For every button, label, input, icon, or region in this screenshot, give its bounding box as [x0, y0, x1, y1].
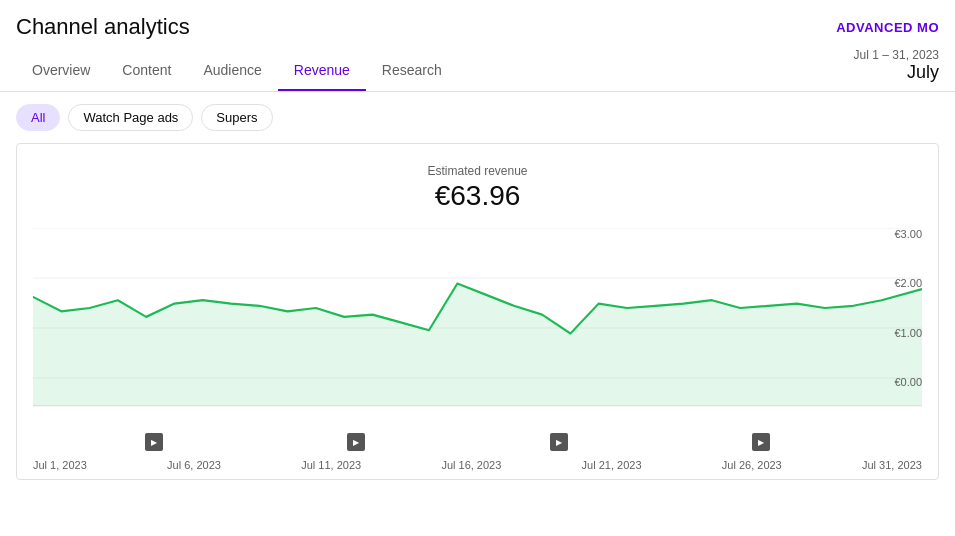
tab-content[interactable]: Content — [106, 50, 187, 90]
chart-metric-value: €63.96 — [33, 180, 922, 212]
revenue-chart — [33, 228, 922, 428]
filter-row: All Watch Page ads Supers — [0, 92, 955, 143]
tab-research[interactable]: Research — [366, 50, 458, 90]
date-range-value: July — [854, 62, 939, 83]
x-label-1: Jul 1, 2023 — [33, 459, 87, 471]
video-icon-3[interactable]: ▶ — [550, 433, 568, 451]
x-label-2: Jul 6, 2023 — [167, 459, 221, 471]
chart-metric-label: Estimated revenue — [33, 164, 922, 178]
filter-supers[interactable]: Supers — [201, 104, 272, 131]
date-range[interactable]: Jul 1 – 31, 2023 July — [854, 48, 939, 91]
tab-audience[interactable]: Audience — [187, 50, 277, 90]
page-title: Channel analytics — [16, 14, 190, 40]
chart-header: Estimated revenue €63.96 — [33, 164, 922, 212]
tabs-list: Overview Content Audience Revenue Resear… — [16, 50, 458, 90]
video-icon-4[interactable]: ▶ — [752, 433, 770, 451]
video-icon-1[interactable]: ▶ — [145, 433, 163, 451]
tab-overview[interactable]: Overview — [16, 50, 106, 90]
advanced-mode-button[interactable]: ADVANCED MO — [836, 20, 939, 35]
video-icon-2[interactable]: ▶ — [347, 433, 365, 451]
tabs-bar: Overview Content Audience Revenue Resear… — [0, 48, 955, 92]
chart-container: Estimated revenue €63.96 €3.00 €2.00 €1.… — [16, 143, 939, 480]
x-label-6: Jul 26, 2023 — [722, 459, 782, 471]
x-label-5: Jul 21, 2023 — [582, 459, 642, 471]
video-icons-row: ▶ ▶ ▶ ▶ — [33, 431, 922, 455]
filter-watch-page-ads[interactable]: Watch Page ads — [68, 104, 193, 131]
x-label-3: Jul 11, 2023 — [301, 459, 361, 471]
page-header: Channel analytics ADVANCED MO — [0, 0, 955, 40]
x-axis-labels: Jul 1, 2023 Jul 6, 2023 Jul 11, 2023 Jul… — [33, 459, 922, 471]
x-label-7: Jul 31, 2023 — [862, 459, 922, 471]
chart-svg-wrapper: €3.00 €2.00 €1.00 €0.00 — [33, 228, 922, 431]
x-label-4: Jul 16, 2023 — [441, 459, 501, 471]
tab-revenue[interactable]: Revenue — [278, 50, 366, 90]
date-range-label: Jul 1 – 31, 2023 — [854, 48, 939, 62]
filter-all[interactable]: All — [16, 104, 60, 131]
